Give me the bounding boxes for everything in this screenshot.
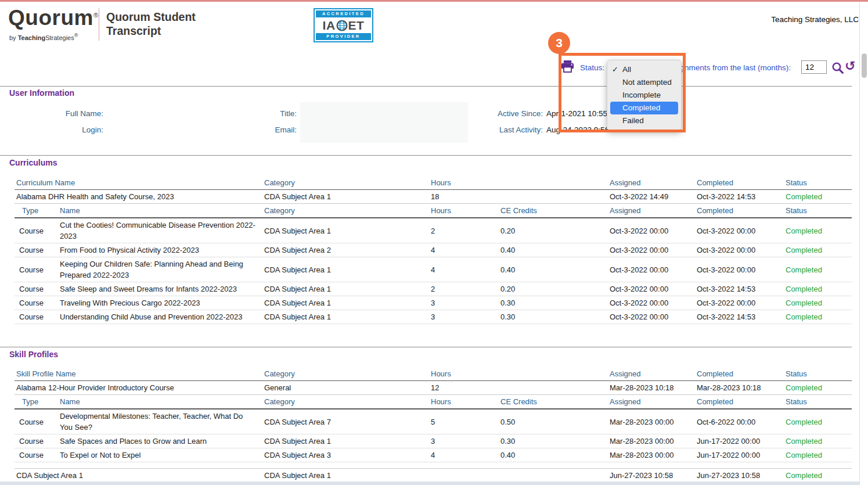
cell-category: CDA Subject Area 1	[262, 190, 429, 203]
header-status: Status	[784, 367, 852, 380]
cell-hours: 18	[429, 190, 608, 203]
header-assigned: Assigned	[608, 204, 695, 217]
status-badge: Completed	[784, 415, 852, 429]
cell-completed: Jun-17-2022 00:00	[695, 448, 784, 462]
header-completed: Completed	[695, 176, 784, 189]
course-row: CourseKeeping Our Children Safe: Plannin…	[15, 257, 852, 282]
quorum-student-transcript-page: Quorum® by TeachingStrategies® Quorum St…	[0, 0, 868, 485]
cell-name: CDA Subject Area 1	[15, 469, 262, 482]
cell-type: Course	[15, 224, 58, 238]
bottom-row-strip	[0, 482, 859, 485]
cell-assigned: Jun-27-2023 10:58	[608, 469, 695, 482]
status-badge: Completed	[784, 434, 852, 448]
cell-completed: Mar-28-2023 10:18	[695, 381, 784, 394]
curriculum-row: Alabama DHR Health and Safety Course, 20…	[15, 190, 852, 204]
cell-name: Alabama DHR Health and Safety Course, 20…	[15, 190, 262, 203]
cell-category: CDA Subject Area 1	[262, 469, 429, 482]
redacted-values-area	[300, 102, 468, 143]
cell-completed: Oct-6-2022 00:00	[695, 415, 784, 429]
cell-name: Keeping Our Children Safe: Planning Ahea…	[58, 257, 262, 282]
header-ce-credits: CE Credits	[499, 204, 608, 217]
badge-provider-label: PROVIDER	[316, 33, 371, 40]
cell-name: Cut the Cooties! Communicable Disease Pr…	[58, 218, 262, 243]
course-row: CourseCut the Cooties! Communicable Dise…	[15, 218, 852, 243]
skill-profile-row: CDA Subject Area 1CDA Subject Area 1Jun-…	[15, 468, 852, 482]
cell-completed: Oct-3-2022 14:53	[695, 282, 784, 296]
byline-registered: ®	[74, 33, 78, 38]
table-header-row: Skill Profile NameCategoryHoursAssignedC…	[15, 367, 852, 381]
status-badge: Completed	[784, 448, 852, 462]
cell-ce-credits: 0.20	[499, 224, 608, 238]
status-badge: Completed	[784, 469, 852, 482]
globe-icon	[336, 20, 348, 31]
status-badge: Completed	[784, 296, 852, 310]
header-category: Category	[262, 367, 429, 380]
spacer	[15, 462, 852, 468]
course-row: CourseUnderstanding Child Abuse and Prev…	[15, 310, 852, 324]
skill-profile-row: Alabama 12-Hour Provider Introductory Co…	[15, 381, 852, 395]
header-assigned: Assigned	[608, 176, 695, 189]
cell-assigned: Oct-3-2022 14:49	[608, 190, 695, 203]
status-badge: Completed	[784, 310, 852, 324]
status-badge: Completed	[784, 190, 852, 203]
search-icon[interactable]	[831, 62, 844, 74]
course-row: CourseSafe Spaces and Places to Grow and…	[15, 434, 852, 448]
quorum-logo: Quorum®	[8, 6, 99, 30]
cell-name: Safe Sleep and Sweet Dreams for Infants …	[58, 282, 262, 296]
scrollbar-thumb[interactable]	[862, 53, 867, 78]
byline-strategies: Strategies	[45, 34, 74, 41]
cell-name: Developmental Milestones: Teacher, Teach…	[58, 409, 262, 434]
user-information-title: User Information	[9, 88, 74, 98]
table-subheader-row: TypeNameCategoryHoursCE CreditsAssignedC…	[15, 395, 852, 409]
cell-completed: Oct-3-2022 00:00	[695, 263, 784, 276]
reset-icon[interactable]: ↺	[845, 59, 855, 73]
cell-hours: 4	[429, 243, 499, 257]
skill-profiles-title: Skill Profiles	[9, 350, 58, 359]
cell-assigned: Mar-28-2023 00:00	[608, 448, 695, 462]
cell-hours: 4	[429, 448, 499, 462]
header-status: Status	[784, 176, 852, 189]
cell-assigned: Oct-3-2022 00:00	[608, 296, 695, 310]
cell-name: Alabama 12-Hour Provider Introductory Co…	[15, 381, 262, 394]
cell-category: CDA Subject Area 7	[262, 415, 429, 429]
page-title-line1: Quorum Student	[106, 10, 196, 24]
course-row: CourseTo Expel or Not to ExpelCDA Subjec…	[15, 448, 852, 462]
cell-completed: Oct-3-2022 14:53	[695, 310, 784, 324]
cell-category: CDA Subject Area 1	[262, 434, 429, 448]
cell-category: CDA Subject Area 1	[262, 310, 429, 324]
header-curriculum-name: Curriculum Name	[15, 176, 262, 189]
login-label: Login:	[35, 125, 103, 134]
cell-completed: Oct-3-2022 00:00	[695, 243, 784, 257]
cell-ce-credits: 0.30	[499, 434, 608, 448]
status-badge: Completed	[784, 263, 852, 276]
cell-name: Safe Spaces and Places to Grow and Learn	[58, 434, 262, 448]
registered-mark: ®	[93, 12, 99, 19]
page-title-line2: Transcript	[106, 24, 196, 38]
cell-ce-credits: 0.30	[499, 310, 608, 324]
cell-category: CDA Subject Area 1	[262, 296, 429, 310]
cell-name: Understanding Child Abuse and Prevention…	[58, 310, 262, 324]
badge-iacet-left: IA	[323, 19, 336, 33]
cell-hours: 5	[429, 415, 499, 429]
cell-name: To Expel or Not to Expel	[58, 448, 262, 462]
status-badge: Completed	[784, 224, 852, 238]
cell-assigned: Mar-28-2023 00:00	[608, 434, 695, 448]
status-badge: Completed	[784, 381, 852, 394]
cell-ce-credits: 0.40	[499, 263, 608, 276]
header-completed: Completed	[695, 395, 784, 408]
cell-type: Course	[15, 310, 58, 324]
months-input[interactable]	[801, 60, 827, 74]
byline-teaching: Teaching	[18, 34, 45, 41]
header-hours: Hours	[429, 367, 608, 380]
cell-type: Course	[15, 415, 58, 429]
cell-type: Course	[15, 263, 58, 276]
cell-assigned: Oct-3-2022 00:00	[608, 282, 695, 296]
header-type: Type	[15, 204, 58, 217]
header-type: Type	[15, 395, 58, 408]
cell-hours	[429, 475, 608, 477]
cell-assigned: Oct-3-2022 00:00	[608, 224, 695, 238]
cell-type: Course	[15, 282, 58, 296]
cell-type: Course	[15, 434, 58, 448]
header-hours: Hours	[429, 204, 499, 217]
header-status: Status	[784, 204, 852, 217]
